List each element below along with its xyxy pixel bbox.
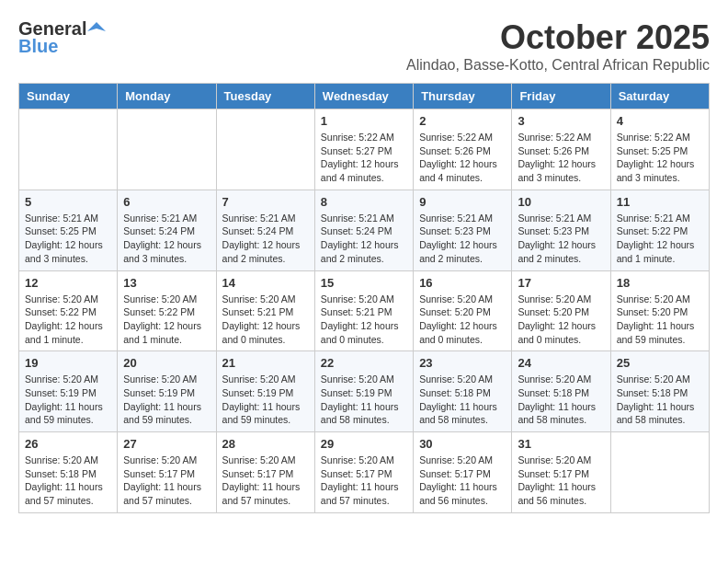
calendar-cell: 9Sunrise: 5:21 AM Sunset: 5:23 PM Daylig… (414, 190, 512, 270)
calendar-cell: 20Sunrise: 5:20 AM Sunset: 5:19 PM Dayli… (118, 351, 216, 432)
day-info: Sunrise: 5:20 AM Sunset: 5:22 PM Dayligh… (123, 293, 210, 347)
calendar-cell: 4Sunrise: 5:22 AM Sunset: 5:25 PM Daylig… (610, 109, 709, 190)
day-number: 9 (419, 195, 506, 209)
day-number: 21 (222, 356, 309, 370)
calendar-cell: 29Sunrise: 5:20 AM Sunset: 5:17 PM Dayli… (314, 432, 413, 513)
calendar-cell: 23Sunrise: 5:20 AM Sunset: 5:18 PM Dayli… (414, 351, 512, 432)
day-info: Sunrise: 5:20 AM Sunset: 5:17 PM Dayligh… (123, 454, 210, 508)
calendar-cell: 2Sunrise: 5:22 AM Sunset: 5:26 PM Daylig… (414, 109, 512, 190)
day-number: 7 (222, 195, 309, 209)
day-number: 10 (518, 195, 604, 209)
logo: General Blue (18, 18, 106, 57)
day-info: Sunrise: 5:20 AM Sunset: 5:18 PM Dayligh… (419, 373, 506, 427)
day-number: 24 (518, 356, 604, 370)
day-info: Sunrise: 5:20 AM Sunset: 5:20 PM Dayligh… (419, 293, 506, 347)
calendar-cell: 11Sunrise: 5:21 AM Sunset: 5:22 PM Dayli… (610, 190, 709, 270)
calendar-cell (19, 109, 118, 190)
day-info: Sunrise: 5:20 AM Sunset: 5:18 PM Dayligh… (518, 373, 604, 427)
calendar-cell: 19Sunrise: 5:20 AM Sunset: 5:19 PM Dayli… (19, 351, 118, 432)
day-number: 28 (222, 437, 309, 451)
day-number: 3 (518, 114, 604, 128)
calendar-week-3: 12Sunrise: 5:20 AM Sunset: 5:22 PM Dayli… (19, 270, 710, 351)
day-info: Sunrise: 5:21 AM Sunset: 5:24 PM Dayligh… (222, 212, 309, 266)
day-number: 23 (419, 356, 506, 370)
day-info: Sunrise: 5:21 AM Sunset: 5:23 PM Dayligh… (419, 212, 506, 266)
day-info: Sunrise: 5:21 AM Sunset: 5:22 PM Dayligh… (617, 212, 703, 266)
calendar-cell: 7Sunrise: 5:21 AM Sunset: 5:24 PM Daylig… (216, 190, 314, 270)
calendar-table: SundayMondayTuesdayWednesdayThursdayFrid… (18, 83, 710, 513)
calendar-cell: 14Sunrise: 5:20 AM Sunset: 5:21 PM Dayli… (216, 270, 314, 351)
day-number: 22 (321, 356, 407, 370)
calendar-cell: 15Sunrise: 5:20 AM Sunset: 5:21 PM Dayli… (314, 270, 413, 351)
day-number: 13 (123, 276, 210, 290)
calendar-cell: 5Sunrise: 5:21 AM Sunset: 5:25 PM Daylig… (19, 190, 118, 270)
day-info: Sunrise: 5:22 AM Sunset: 5:26 PM Dayligh… (518, 131, 604, 185)
day-number: 14 (222, 276, 309, 290)
calendar-cell: 12Sunrise: 5:20 AM Sunset: 5:22 PM Dayli… (19, 270, 118, 351)
day-info: Sunrise: 5:20 AM Sunset: 5:18 PM Dayligh… (25, 454, 111, 508)
day-info: Sunrise: 5:21 AM Sunset: 5:23 PM Dayligh… (518, 212, 604, 266)
day-number: 25 (617, 356, 703, 370)
calendar-cell: 25Sunrise: 5:20 AM Sunset: 5:18 PM Dayli… (610, 351, 709, 432)
calendar-cell: 30Sunrise: 5:20 AM Sunset: 5:17 PM Dayli… (414, 432, 512, 513)
day-info: Sunrise: 5:20 AM Sunset: 5:18 PM Dayligh… (617, 373, 703, 427)
day-number: 17 (518, 276, 604, 290)
day-number: 11 (617, 195, 703, 209)
calendar-week-4: 19Sunrise: 5:20 AM Sunset: 5:19 PM Dayli… (19, 351, 710, 432)
day-number: 2 (419, 114, 506, 128)
calendar-cell: 28Sunrise: 5:20 AM Sunset: 5:17 PM Dayli… (216, 432, 314, 513)
day-info: Sunrise: 5:20 AM Sunset: 5:20 PM Dayligh… (617, 293, 703, 347)
day-info: Sunrise: 5:20 AM Sunset: 5:19 PM Dayligh… (25, 373, 111, 427)
logo-bird-icon (87, 20, 106, 39)
day-number: 8 (321, 195, 407, 209)
calendar-cell: 10Sunrise: 5:21 AM Sunset: 5:23 PM Dayli… (512, 190, 610, 270)
day-number: 20 (123, 356, 210, 370)
day-number: 4 (617, 114, 703, 128)
day-info: Sunrise: 5:22 AM Sunset: 5:26 PM Dayligh… (419, 131, 506, 185)
day-info: Sunrise: 5:20 AM Sunset: 5:21 PM Dayligh… (222, 293, 309, 347)
calendar-header-thursday: Thursday (414, 84, 512, 109)
day-info: Sunrise: 5:20 AM Sunset: 5:17 PM Dayligh… (518, 454, 604, 508)
calendar-cell: 6Sunrise: 5:21 AM Sunset: 5:24 PM Daylig… (118, 190, 216, 270)
day-info: Sunrise: 5:21 AM Sunset: 5:24 PM Dayligh… (321, 212, 407, 266)
calendar-cell: 21Sunrise: 5:20 AM Sunset: 5:19 PM Dayli… (216, 351, 314, 432)
day-info: Sunrise: 5:20 AM Sunset: 5:19 PM Dayligh… (123, 373, 210, 427)
day-info: Sunrise: 5:22 AM Sunset: 5:27 PM Dayligh… (321, 131, 407, 185)
calendar-cell: 13Sunrise: 5:20 AM Sunset: 5:22 PM Dayli… (118, 270, 216, 351)
calendar-cell: 18Sunrise: 5:20 AM Sunset: 5:20 PM Dayli… (610, 270, 709, 351)
calendar-cell: 26Sunrise: 5:20 AM Sunset: 5:18 PM Dayli… (19, 432, 118, 513)
calendar-header-friday: Friday (512, 84, 610, 109)
calendar-cell (216, 109, 314, 190)
day-info: Sunrise: 5:20 AM Sunset: 5:19 PM Dayligh… (321, 373, 407, 427)
calendar-cell (118, 109, 216, 190)
day-info: Sunrise: 5:20 AM Sunset: 5:17 PM Dayligh… (222, 454, 309, 508)
day-number: 31 (518, 437, 604, 451)
calendar-cell: 16Sunrise: 5:20 AM Sunset: 5:20 PM Dayli… (414, 270, 512, 351)
calendar-cell: 17Sunrise: 5:20 AM Sunset: 5:20 PM Dayli… (512, 270, 610, 351)
calendar-cell (610, 432, 709, 513)
day-info: Sunrise: 5:21 AM Sunset: 5:25 PM Dayligh… (25, 212, 111, 266)
day-number: 27 (123, 437, 210, 451)
calendar-cell: 27Sunrise: 5:20 AM Sunset: 5:17 PM Dayli… (118, 432, 216, 513)
calendar-header-monday: Monday (118, 84, 216, 109)
day-number: 19 (25, 356, 111, 370)
calendar-cell: 22Sunrise: 5:20 AM Sunset: 5:19 PM Dayli… (314, 351, 413, 432)
subtitle: Alindao, Basse-Kotto, Central African Re… (406, 57, 710, 74)
day-info: Sunrise: 5:20 AM Sunset: 5:22 PM Dayligh… (25, 293, 111, 347)
day-number: 18 (617, 276, 703, 290)
day-info: Sunrise: 5:21 AM Sunset: 5:24 PM Dayligh… (123, 212, 210, 266)
month-title: October 2025 (406, 18, 710, 57)
title-section: October 2025 Alindao, Basse-Kotto, Centr… (406, 18, 710, 74)
day-number: 5 (25, 195, 111, 209)
page-header: General Blue October 2025 Alindao, Basse… (18, 18, 710, 74)
day-number: 15 (321, 276, 407, 290)
calendar-header-saturday: Saturday (610, 84, 709, 109)
calendar-header-tuesday: Tuesday (216, 84, 314, 109)
day-info: Sunrise: 5:20 AM Sunset: 5:19 PM Dayligh… (222, 373, 309, 427)
calendar-week-2: 5Sunrise: 5:21 AM Sunset: 5:25 PM Daylig… (19, 190, 710, 270)
calendar-cell: 24Sunrise: 5:20 AM Sunset: 5:18 PM Dayli… (512, 351, 610, 432)
day-info: Sunrise: 5:22 AM Sunset: 5:25 PM Dayligh… (617, 131, 703, 185)
calendar-header-wednesday: Wednesday (314, 84, 413, 109)
day-number: 26 (25, 437, 111, 451)
svg-marker-0 (87, 22, 106, 31)
